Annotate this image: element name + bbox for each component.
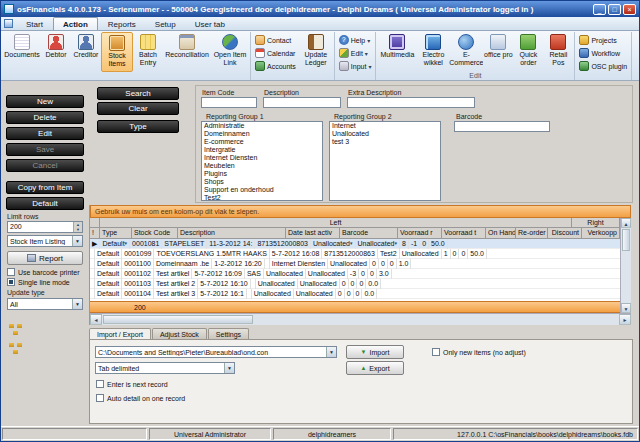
calendar-button[interactable]: Calendar xyxy=(252,47,299,59)
tab-usertab[interactable]: User tab xyxy=(186,18,234,30)
edit-item-button[interactable]: Edit xyxy=(6,127,84,140)
cell-type[interactable]: Default xyxy=(95,289,122,299)
column-header[interactable]: Barcode xyxy=(340,228,398,239)
maximize-button[interactable]: □ xyxy=(608,4,621,15)
checkbox-box[interactable] xyxy=(432,348,440,356)
column-header[interactable]: On Hand xyxy=(486,228,516,239)
table-row[interactable]: Default 0001104 Test artikel 3 5-7-2012 … xyxy=(90,289,620,299)
cell-stock-code[interactable]: 0001102 xyxy=(122,269,154,279)
cell-voorraad-t[interactable]: Unallocated xyxy=(356,239,400,249)
contact-button[interactable]: Contact xyxy=(252,34,299,46)
list-item[interactable]: Administratie xyxy=(202,122,322,130)
table-row[interactable]: Default 0001100 Domeinnaam .be 1-2-2012 … xyxy=(90,259,620,269)
cell-re-order[interactable]: 0 xyxy=(349,279,358,289)
description-input[interactable] xyxy=(263,97,341,108)
cell-discount[interactable]: 0 xyxy=(368,269,377,279)
cell-stock-code[interactable]: 0001103 xyxy=(122,279,154,289)
tab-import-export[interactable]: Import / Export xyxy=(89,328,151,339)
column-header[interactable]: Discount xyxy=(548,228,582,239)
tab-reports[interactable]: Reports xyxy=(99,18,145,30)
cell-on-hand[interactable]: -3 xyxy=(348,269,359,279)
cell-voorraad-t[interactable]: Unallocated xyxy=(294,289,336,299)
help-button[interactable]: Help xyxy=(336,34,375,46)
list-item[interactable]: E-commerce xyxy=(202,138,322,146)
list-item[interactable]: Intergratie xyxy=(202,146,322,154)
only-new-items-checkbox[interactable]: Only new items (no adjust) xyxy=(432,348,526,356)
cell-date-last-active[interactable]: 5-7-2012 16:10 xyxy=(198,279,250,289)
cell-barcode[interactable]: 8713512000863 xyxy=(322,249,378,259)
band-left[interactable]: Left xyxy=(100,218,572,228)
multimedia-button[interactable]: Multimedia xyxy=(377,32,417,72)
cell-discount[interactable]: 0 xyxy=(459,249,468,259)
export-button[interactable]: ▲ Export xyxy=(346,361,404,375)
cell-verkoopprijs[interactable]: 1.0 xyxy=(397,259,412,269)
minimize-button[interactable]: _ xyxy=(593,4,606,15)
scroll-down-icon[interactable]: ▼ xyxy=(621,303,631,313)
cell-re-order[interactable]: 0 xyxy=(379,259,388,269)
checkbox-box[interactable] xyxy=(7,268,15,276)
list-item[interactable]: Internet Diensten xyxy=(202,154,322,162)
cell-voorraad-t[interactable]: Unallocated xyxy=(328,259,370,269)
table-row[interactable]: Default 0001102 Test artikel 5-7-2012 16… xyxy=(90,269,620,279)
update-type-combobox[interactable]: All ▼ xyxy=(7,298,83,310)
column-header[interactable]: Re-order xyxy=(516,228,548,239)
list-item[interactable]: Shops xyxy=(202,178,322,186)
clear-button[interactable]: Clear xyxy=(97,102,179,115)
cell-description[interactable]: TOEVOERSLANG 1.5MTR HAAKS xyxy=(154,249,269,259)
save-button[interactable]: Save xyxy=(6,143,84,156)
quick-order-button[interactable]: Quick order xyxy=(513,32,543,72)
cell-verkoopprijs[interactable]: 0.0 xyxy=(366,279,381,289)
list-item[interactable]: Unallocated xyxy=(330,130,440,138)
import-button[interactable]: ▼ Import xyxy=(346,345,404,359)
scrollbar-thumb[interactable] xyxy=(103,315,253,324)
extra-description-input[interactable] xyxy=(347,97,475,108)
edit-button[interactable]: Edit xyxy=(336,47,375,59)
scroll-right-icon[interactable]: ► xyxy=(619,314,631,325)
column-drag-hint-bar[interactable]: Gebruik uw muis om een kolom-op dit vlak… xyxy=(90,205,631,218)
checkbox-box[interactable] xyxy=(96,394,104,402)
cell-barcode[interactable]: 8713512000803 xyxy=(255,239,311,249)
column-header[interactable]: Stock Code xyxy=(132,228,178,239)
scroll-up-icon[interactable]: ▲ xyxy=(621,218,631,228)
delete-button[interactable]: Delete xyxy=(6,111,84,124)
table-row[interactable]: ▶ Default 0001081 STAPELSET 11-3-2012 14… xyxy=(90,239,620,249)
cell-description[interactable]: Test artikel xyxy=(154,269,192,279)
arrow-down-icon[interactable]: ▼ xyxy=(74,227,82,232)
org-tree-icon[interactable] xyxy=(9,343,23,355)
cell-barcode[interactable]: SAS xyxy=(245,269,264,279)
type-button[interactable]: Type xyxy=(97,120,179,133)
cell-verkoopprijs[interactable]: 0.0 xyxy=(362,289,377,299)
cell-discount[interactable]: 0 xyxy=(388,259,397,269)
column-header[interactable]: Verkoopp xyxy=(582,228,620,239)
chevron-down-icon[interactable]: ▼ xyxy=(72,299,82,309)
cell-on-hand[interactable]: 1 xyxy=(442,249,451,259)
list-item[interactable]: Support en onderhoud xyxy=(202,186,322,194)
limit-rows-stepper[interactable]: 200 ▲▼ xyxy=(7,221,83,233)
format-combobox[interactable]: Tab delimited ▼ xyxy=(95,362,235,374)
cell-voorraad-r[interactable]: Internet Diensten xyxy=(270,259,328,269)
reporting-group2-list[interactable]: InternetUnallocatedtest 3 xyxy=(329,121,441,201)
accounts-button[interactable]: Accounts xyxy=(252,60,299,72)
checkbox-box-checked[interactable] xyxy=(7,278,15,286)
column-header[interactable]: Date last activ xyxy=(286,228,340,239)
stepper-arrows[interactable]: ▲▼ xyxy=(73,222,82,232)
report-button[interactable]: Report xyxy=(7,251,83,265)
tab-action[interactable]: Action xyxy=(53,17,98,30)
cell-discount[interactable]: 0 xyxy=(354,289,363,299)
cell-stock-code[interactable]: 0001104 xyxy=(122,289,154,299)
cell-description[interactable]: Test artikel 3 xyxy=(154,289,198,299)
open-item-link-button[interactable]: Open Item Link xyxy=(211,32,249,72)
column-header[interactable]: Description xyxy=(178,228,286,239)
cell-description[interactable]: STAPELSET xyxy=(162,239,207,249)
auto-detail-checkbox[interactable]: Auto detail on one record xyxy=(96,394,185,402)
cell-voorraad-t[interactable]: Unallocated xyxy=(400,249,442,259)
enter-next-record-checkbox[interactable]: Enter is next record xyxy=(96,380,168,388)
search-button[interactable]: Search xyxy=(97,87,179,100)
list-item[interactable]: Plugins xyxy=(202,170,322,178)
cell-verkoopprijs[interactable]: 50.0 xyxy=(429,239,448,249)
cell-date-last-active[interactable]: 5-7-2012 16:09 xyxy=(192,269,244,279)
band-right[interactable]: Right xyxy=(572,218,620,228)
cell-verkoopprijs[interactable]: 3.0 xyxy=(377,269,392,279)
creditor-button[interactable]: Creditor xyxy=(71,32,101,72)
import-file-combobox[interactable]: C:\Documents and Settings\Pieter\Bureaub… xyxy=(95,346,337,358)
